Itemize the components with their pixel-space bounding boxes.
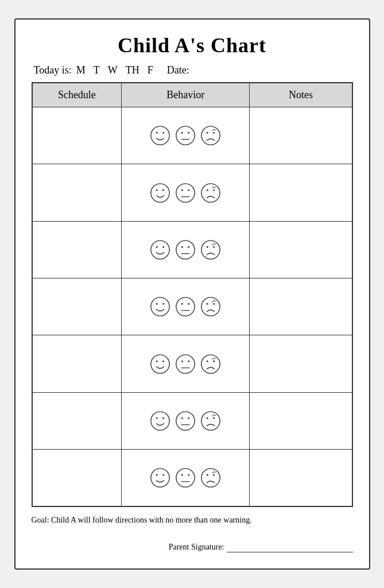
table-row xyxy=(32,335,352,392)
face-group xyxy=(122,239,249,261)
sad-face xyxy=(200,410,222,432)
notes-cell[interactable] xyxy=(250,450,352,506)
notes-cell[interactable] xyxy=(250,107,352,164)
happy-face xyxy=(149,467,171,489)
schedule-cell[interactable] xyxy=(32,221,122,278)
behavior-cell[interactable] xyxy=(122,107,250,164)
svg-point-7 xyxy=(201,126,220,145)
table-row xyxy=(32,392,352,449)
svg-point-17 xyxy=(201,183,220,202)
svg-point-34 xyxy=(181,303,183,305)
svg-point-22 xyxy=(163,246,165,248)
neutral-face xyxy=(174,125,196,146)
neutral-face xyxy=(174,182,196,204)
svg-point-58 xyxy=(207,417,208,419)
svg-point-20 xyxy=(151,241,169,259)
svg-point-1 xyxy=(156,132,158,134)
svg-point-2 xyxy=(163,132,165,134)
svg-point-28 xyxy=(207,246,208,248)
table-row xyxy=(32,278,352,335)
sad-face xyxy=(200,125,222,146)
svg-point-35 xyxy=(188,303,190,305)
notes-cell[interactable] xyxy=(250,221,352,278)
day-f: F xyxy=(148,64,153,76)
svg-point-4 xyxy=(181,132,183,134)
schedule-cell[interactable] xyxy=(32,164,122,221)
table-row xyxy=(32,107,352,164)
neutral-face xyxy=(174,296,196,318)
behavior-cell[interactable] xyxy=(122,335,250,392)
day-w: W xyxy=(108,64,118,76)
today-row: Today is: M T W TH F Date: xyxy=(32,64,353,76)
today-label: Today is: xyxy=(34,64,72,76)
page-title: Child A's Chart xyxy=(32,33,353,57)
notes-cell[interactable] xyxy=(250,278,352,335)
svg-point-69 xyxy=(214,474,215,476)
sad-face xyxy=(200,467,222,489)
neutral-face xyxy=(174,410,196,432)
behavior-cell[interactable] xyxy=(122,164,250,221)
behavior-cell[interactable] xyxy=(122,278,250,335)
day-t: T xyxy=(94,64,100,76)
neutral-face xyxy=(174,239,196,261)
svg-point-10 xyxy=(151,183,169,202)
svg-point-64 xyxy=(181,474,183,476)
svg-point-8 xyxy=(207,132,208,134)
face-group xyxy=(122,467,249,489)
svg-point-43 xyxy=(176,354,195,373)
schedule-cell[interactable] xyxy=(32,107,122,164)
svg-point-18 xyxy=(207,189,208,191)
face-group xyxy=(122,296,249,318)
svg-point-38 xyxy=(207,303,208,305)
face-group xyxy=(122,410,249,432)
svg-point-51 xyxy=(156,417,158,419)
svg-point-53 xyxy=(176,412,195,430)
happy-face xyxy=(149,125,171,146)
notes-cell[interactable] xyxy=(250,392,352,449)
happy-face xyxy=(149,239,171,261)
svg-point-11 xyxy=(156,189,158,191)
schedule-cell[interactable] xyxy=(32,450,122,506)
sad-face xyxy=(200,296,222,318)
date-label: Date: xyxy=(167,64,189,76)
notes-cell[interactable] xyxy=(250,335,352,392)
svg-point-52 xyxy=(163,417,165,419)
schedule-cell[interactable] xyxy=(32,335,122,392)
svg-point-50 xyxy=(151,412,169,430)
svg-point-37 xyxy=(201,297,220,316)
svg-point-29 xyxy=(214,246,215,248)
neutral-face xyxy=(174,467,196,489)
svg-point-30 xyxy=(151,297,169,316)
svg-point-21 xyxy=(156,246,158,248)
svg-point-48 xyxy=(207,360,208,362)
signature-row: Parent Signature: xyxy=(32,542,353,552)
svg-point-54 xyxy=(181,417,183,419)
schedule-cell[interactable] xyxy=(32,278,122,335)
behavior-chart: Schedule Behavior Notes xyxy=(32,82,353,507)
svg-point-5 xyxy=(188,132,190,134)
svg-point-40 xyxy=(151,354,169,373)
notes-cell[interactable] xyxy=(250,164,352,221)
behavior-cell[interactable] xyxy=(122,450,250,506)
sad-face xyxy=(200,239,222,261)
sad-face xyxy=(200,182,222,204)
svg-point-62 xyxy=(163,474,165,476)
col-header-schedule: Schedule xyxy=(32,83,122,107)
day-th: TH xyxy=(126,64,139,76)
neutral-face xyxy=(174,353,196,375)
schedule-cell[interactable] xyxy=(32,392,122,449)
svg-point-13 xyxy=(176,183,195,202)
face-group xyxy=(122,353,249,375)
svg-point-19 xyxy=(214,189,215,191)
svg-point-63 xyxy=(176,469,195,487)
signature-line[interactable] xyxy=(227,542,353,552)
svg-point-12 xyxy=(163,189,165,191)
svg-point-39 xyxy=(214,303,215,305)
svg-point-31 xyxy=(156,303,158,305)
svg-point-55 xyxy=(188,417,190,419)
sad-face xyxy=(200,353,222,375)
behavior-cell[interactable] xyxy=(122,392,250,449)
behavior-cell[interactable] xyxy=(122,221,250,278)
svg-point-65 xyxy=(188,474,190,476)
svg-point-60 xyxy=(151,469,169,487)
